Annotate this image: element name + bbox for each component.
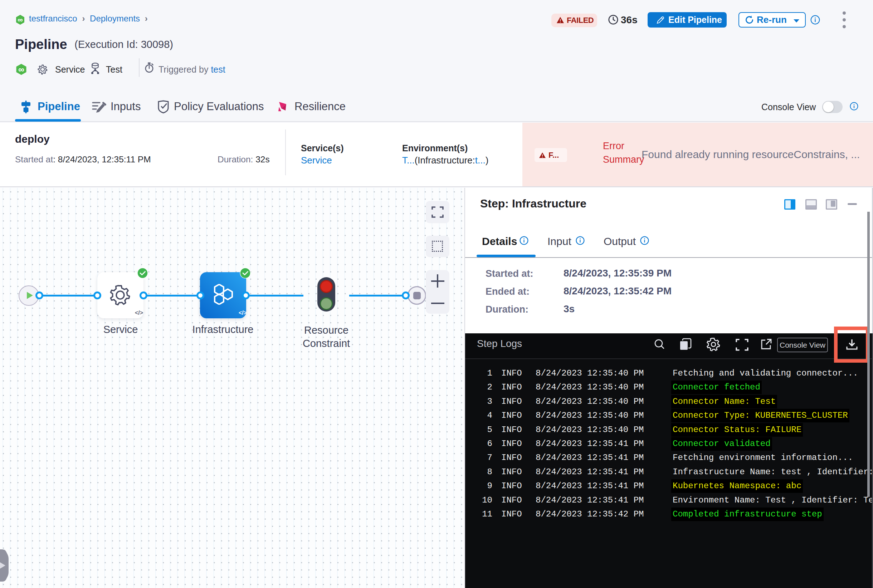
svg-text:∞: ∞ <box>18 16 23 24</box>
svg-text:∞: ∞ <box>18 65 24 74</box>
